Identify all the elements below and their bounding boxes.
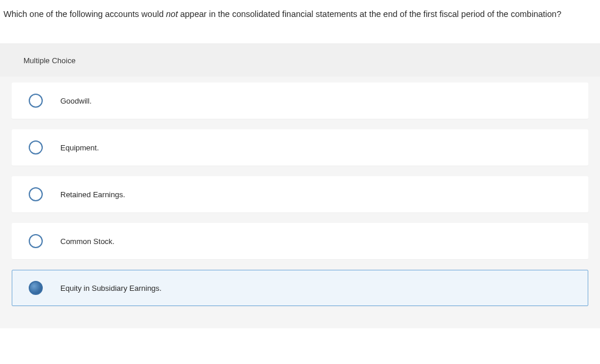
options-list: Goodwill. Equipment. Retained Earnings. …	[0, 77, 600, 306]
question-suffix: appear in the consolidated financial sta…	[178, 9, 561, 19]
question-text: Which one of the following accounts woul…	[0, 0, 600, 26]
radio-inner	[30, 235, 42, 247]
option-label: Equity in Subsidiary Earnings.	[60, 284, 162, 293]
option-label: Common Stock.	[60, 237, 114, 246]
radio-icon	[29, 234, 43, 248]
radio-inner	[30, 188, 42, 200]
section-label: Multiple Choice	[0, 43, 600, 77]
question-prefix: Which one of the following accounts woul…	[4, 9, 166, 19]
multiple-choice-container: Multiple Choice Goodwill. Equipment. Ret…	[0, 43, 600, 328]
option-retained-earnings[interactable]: Retained Earnings.	[12, 176, 588, 212]
radio-inner	[30, 282, 42, 294]
option-label: Equipment.	[60, 143, 99, 152]
radio-inner	[30, 95, 42, 107]
option-goodwill[interactable]: Goodwill.	[12, 83, 588, 119]
radio-icon	[29, 281, 43, 295]
radio-icon	[29, 140, 43, 154]
question-emph: not	[166, 9, 178, 19]
option-equipment[interactable]: Equipment.	[12, 129, 588, 166]
option-label: Goodwill.	[60, 97, 91, 105]
radio-inner	[30, 142, 42, 153]
option-equity-subsidiary[interactable]: Equity in Subsidiary Earnings.	[12, 270, 588, 306]
radio-icon	[29, 187, 43, 201]
option-common-stock[interactable]: Common Stock.	[12, 223, 588, 259]
option-label: Retained Earnings.	[60, 190, 125, 199]
radio-icon	[29, 94, 43, 108]
